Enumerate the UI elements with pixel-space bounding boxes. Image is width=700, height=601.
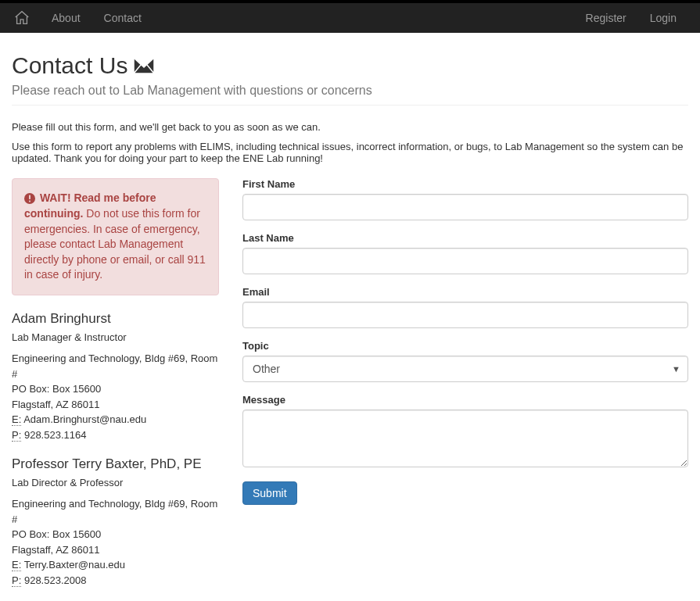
contact-address: Flagstaff, AZ 86011 xyxy=(12,542,219,558)
contact-address: Flagstaff, AZ 86011 xyxy=(12,397,219,413)
topic-select[interactable]: Other xyxy=(242,356,688,382)
email-abbr: E: xyxy=(12,413,21,426)
contact-email: Terry.Baxter@nau.edu xyxy=(24,559,125,571)
last-name-label: Last Name xyxy=(242,232,688,244)
email-input[interactable] xyxy=(242,302,688,328)
first-name-label: First Name xyxy=(242,178,688,190)
contact-phone: 928.523.2008 xyxy=(24,574,87,586)
contact-address: PO Box: Box 15600 xyxy=(12,381,219,397)
contact-phone: 928.523.1164 xyxy=(24,429,87,441)
contact-block: Adam Bringhurst Lab Manager & Instructor… xyxy=(12,311,219,442)
topic-label: Topic xyxy=(242,340,688,352)
contact-name: Adam Bringhurst xyxy=(12,311,219,327)
email-abbr: E: xyxy=(12,559,21,571)
intro-line-2: Use this form to report any problems wit… xyxy=(12,141,688,164)
last-name-input[interactable] xyxy=(242,248,688,274)
intro-line-1: Please fill out this form, and we'll get… xyxy=(12,121,688,133)
nav-about[interactable]: About xyxy=(40,4,92,32)
page-subtitle: Please reach out to Lab Management with … xyxy=(12,84,688,98)
navbar: About Contact Register Login xyxy=(0,3,700,33)
svg-rect-1 xyxy=(29,195,31,199)
nav-login[interactable]: Login xyxy=(638,4,688,32)
message-textarea[interactable] xyxy=(242,410,688,467)
first-name-input[interactable] xyxy=(242,194,688,220)
nav-contact[interactable]: Contact xyxy=(92,4,153,32)
contact-address: Engineering and Technology, Bldg #69, Ro… xyxy=(12,351,219,381)
email-label: Email xyxy=(242,286,688,298)
phone-abbr: P: xyxy=(12,429,21,442)
page-title: Contact Us xyxy=(12,52,127,79)
contact-address: PO Box: Box 15600 xyxy=(12,527,219,542)
phone-abbr: P: xyxy=(12,574,21,587)
page-header: Contact Us Please reach out to Lab Manag… xyxy=(12,52,688,106)
submit-button[interactable]: Submit xyxy=(242,481,297,505)
contact-name: Professor Terry Baxter, PhD, PE xyxy=(12,456,219,472)
nav-register[interactable]: Register xyxy=(574,4,638,32)
exclamation-icon xyxy=(24,191,35,207)
contact-address: Engineering and Technology, Bldg #69, Ro… xyxy=(12,496,219,527)
envelope-icon xyxy=(134,52,154,79)
contact-email: Adam.Bringhurst@nau.edu xyxy=(23,413,146,425)
contact-role: Lab Director & Professor xyxy=(12,477,219,488)
svg-rect-2 xyxy=(29,200,31,202)
contact-role: Lab Manager & Instructor xyxy=(12,331,219,343)
contact-block: Professor Terry Baxter, PhD, PE Lab Dire… xyxy=(12,456,219,588)
message-label: Message xyxy=(242,394,688,406)
alert-warning: WAIT! Read me before continuing. Do not … xyxy=(12,178,219,295)
home-icon[interactable] xyxy=(12,5,40,31)
